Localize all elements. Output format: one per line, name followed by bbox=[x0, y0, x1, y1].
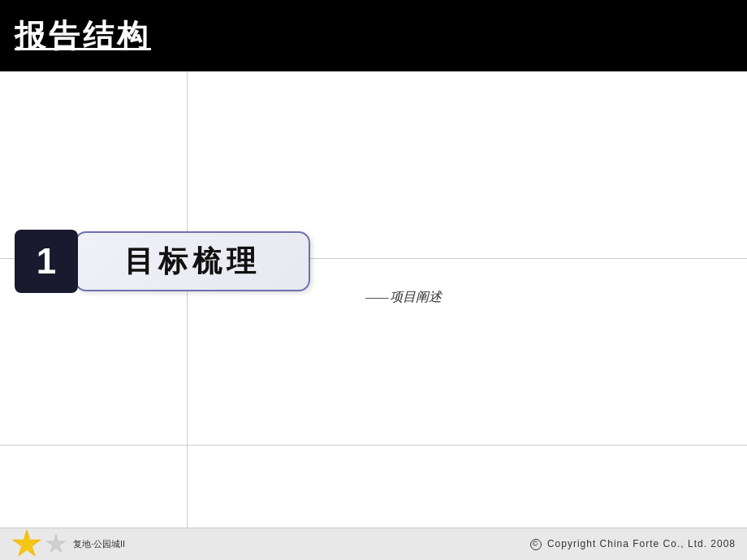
brand-name: 复地·公园城II bbox=[73, 538, 125, 550]
footer-logo: 复地·公园城II bbox=[11, 529, 125, 560]
star-big-icon bbox=[11, 529, 42, 560]
section-block: 1 目标梳理 bbox=[15, 230, 310, 293]
copyright-label: Copyright China Forte Co., Ltd. 2008 bbox=[547, 538, 736, 549]
star-small-icon bbox=[45, 534, 67, 555]
section-title-box: 目标梳理 bbox=[75, 231, 310, 291]
section-number: 1 bbox=[15, 230, 78, 293]
page-title: 报告结构 bbox=[15, 15, 151, 57]
section-title-text: 目标梳理 bbox=[124, 242, 261, 282]
header-bar: 报告结构 bbox=[0, 0, 747, 71]
main-content: 1 目标梳理 项目阐述 bbox=[0, 71, 747, 528]
footer: 复地·公园城II © Copyright China Forte Co., Lt… bbox=[0, 528, 747, 560]
grid-line-horizontal-2 bbox=[0, 445, 747, 446]
copyright-symbol: © bbox=[530, 539, 542, 550]
section-subtitle: 项目阐述 bbox=[365, 289, 442, 306]
copyright-text: © Copyright China Forte Co., Ltd. 2008 bbox=[530, 538, 736, 550]
grid-line-vertical bbox=[187, 71, 188, 528]
